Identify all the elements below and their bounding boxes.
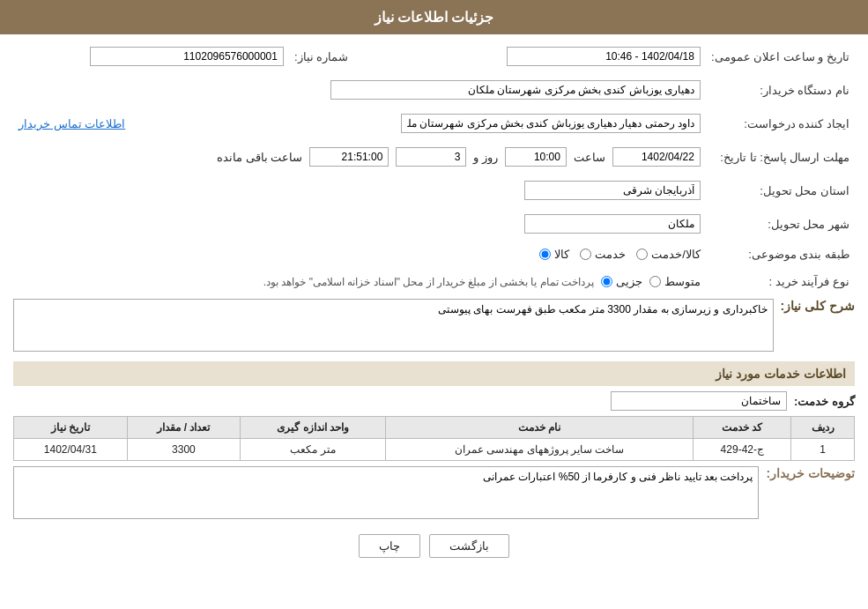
- city-input[interactable]: [524, 214, 701, 234]
- category-khidmat-label: خدمت: [595, 248, 626, 261]
- page-container: جزئیات اطلاعات نیاز تاریخ و ساعت اعلان ع…: [0, 0, 868, 609]
- service-group-input[interactable]: [611, 391, 787, 411]
- buyer-org-label: نام دستگاه خریدار:: [706, 77, 855, 103]
- back-button[interactable]: بازگشت: [429, 534, 509, 558]
- category-kala-khidmat[interactable]: کالا/خدمت: [636, 248, 701, 261]
- category-khidmat[interactable]: خدمت: [580, 248, 626, 261]
- page-header: جزئیات اطلاعات نیاز: [0, 0, 868, 34]
- reply-deadline-label: مهلت ارسال پاسخ: تا تاریخ:: [706, 144, 855, 170]
- button-bar: بازگشت چاپ: [13, 534, 855, 558]
- table-cell-name: ساخت سایر پروژههای مهندسی عمران: [385, 439, 693, 461]
- col-header-name: نام خدمت: [385, 417, 693, 439]
- reply-time-label: ساعت: [574, 151, 605, 164]
- buyer-desc-textarea[interactable]: [13, 466, 759, 519]
- table-cell-date: 1402/04/31: [14, 439, 128, 461]
- category-kala[interactable]: کالا: [539, 248, 569, 261]
- col-header-unit: واحد اندازه گیری: [241, 417, 386, 439]
- table-row: 1ج-42-429ساخت سایر پروژههای مهندسی عمران…: [14, 439, 855, 461]
- creator-input[interactable]: [401, 114, 701, 133]
- buyer-desc-label: توضیحات خریدار:: [766, 466, 855, 480]
- buyer-desc-row: توضیحات خریدار:: [13, 466, 855, 522]
- purchase-type-motavasset-label: متوسط: [664, 275, 701, 288]
- category-kala-label: کالا: [554, 248, 569, 261]
- col-header-quantity: تعداد / مقدار: [127, 417, 241, 439]
- purchase-type-jozei[interactable]: جزیی: [601, 275, 642, 288]
- reply-time-input[interactable]: [505, 147, 567, 167]
- need-number-label: شماره نیاز:: [289, 43, 404, 70]
- category-kala-khidmat-label: کالا/خدمت: [651, 248, 701, 261]
- purchase-type-motavasset[interactable]: متوسط: [649, 275, 701, 288]
- info-table-top: تاریخ و ساعت اعلان عمومی: شماره نیاز: نا…: [13, 43, 855, 292]
- creator-label: ایجاد کننده درخواست:: [706, 110, 855, 137]
- description-row: شرح کلی نیاز:: [13, 299, 855, 354]
- reply-date-input[interactable]: [612, 147, 701, 167]
- announce-date-label: تاریخ و ساعت اعلان عمومی:: [706, 43, 855, 70]
- purchase-type-note: پرداخت تمام یا بخشی از مبلغ خریدار از مح…: [263, 276, 594, 288]
- table-cell-unit: متر مکعب: [241, 439, 386, 461]
- col-header-date: تاریخ نیاز: [14, 417, 128, 439]
- announce-date-input[interactable]: [507, 47, 701, 66]
- description-label: شرح کلی نیاز:: [781, 299, 855, 313]
- reply-days-label: روز و: [473, 151, 498, 164]
- service-group-row: گروه خدمت:: [13, 391, 855, 411]
- purchase-type-label: نوع فرآیند خرید :: [706, 271, 855, 292]
- reply-remaining-label: ساعت باقی مانده: [217, 151, 302, 164]
- description-textarea[interactable]: [13, 299, 774, 352]
- need-number-input[interactable]: [90, 47, 284, 66]
- category-label: طبقه بندی موضوعی:: [706, 244, 855, 264]
- reply-remaining-input[interactable]: [309, 147, 389, 167]
- main-content: تاریخ و ساعت اعلان عمومی: شماره نیاز: نا…: [0, 34, 868, 576]
- buyer-org-input[interactable]: [330, 80, 701, 100]
- col-header-row: ردیف: [791, 417, 855, 439]
- table-cell-row: 1: [791, 439, 855, 461]
- services-section-title: اطلاعات خدمات مورد نیاز: [13, 361, 855, 386]
- contact-link[interactable]: اطلاعات تماس خریدار: [19, 117, 125, 130]
- purchase-type-jozei-label: جزیی: [616, 275, 642, 288]
- service-group-label: گروه خدمت:: [794, 395, 855, 408]
- table-cell-quantity: 3300: [127, 439, 241, 461]
- col-header-code: کد خدمت: [694, 417, 791, 439]
- print-button[interactable]: چاپ: [359, 534, 420, 558]
- reply-days-input[interactable]: [396, 147, 466, 167]
- city-label: شهر محل تحویل:: [706, 211, 855, 237]
- page-title: جزئیات اطلاعات نیاز: [375, 10, 494, 25]
- province-input[interactable]: [524, 181, 701, 200]
- table-cell-code: ج-42-429: [694, 439, 791, 461]
- province-label: استان محل تحویل:: [706, 177, 855, 204]
- services-table: ردیف کد خدمت نام خدمت واحد اندازه گیری ت…: [13, 416, 855, 461]
